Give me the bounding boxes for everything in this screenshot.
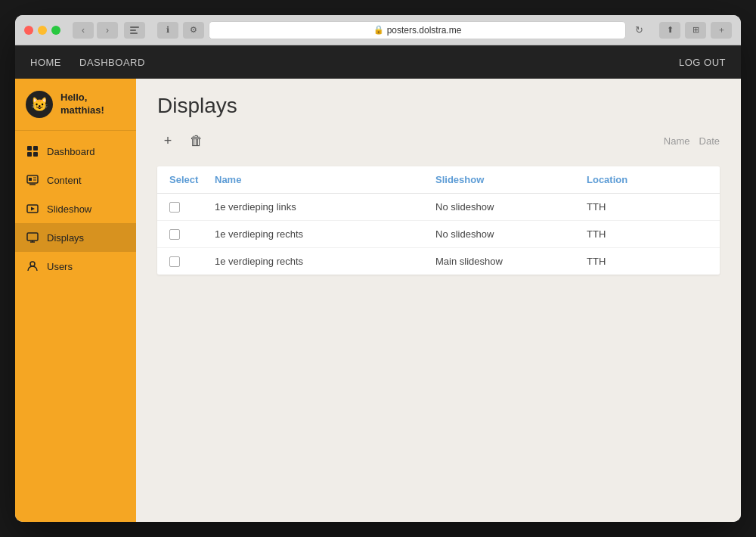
displays-label: Displays <box>47 232 84 244</box>
row0-checkbox[interactable] <box>169 202 180 213</box>
displays-table: Select Name Slideshow Location 1e verdie… <box>157 166 720 275</box>
table-header: Select Name Slideshow Location <box>157 166 720 194</box>
shield-button[interactable]: ⚙ <box>183 22 204 39</box>
close-button[interactable] <box>24 26 33 35</box>
browser-titlebar: ‹ › ℹ ⚙ 🔒 posters.dolstra.me ↻ ⬆ ⊞ ＋ <box>15 15 741 45</box>
avatar: 😺 <box>26 91 53 118</box>
sidebar-item-users[interactable]: Users <box>15 252 136 281</box>
content-icon <box>26 173 39 187</box>
svg-rect-1 <box>130 29 136 31</box>
row2-select <box>169 256 215 267</box>
toolbar-right: Name Date <box>664 135 720 147</box>
col-name-label: Name <box>664 135 690 147</box>
browser-window: ‹ › ℹ ⚙ 🔒 posters.dolstra.me ↻ ⬆ ⊞ ＋ <box>15 15 741 522</box>
row0-location: TTH <box>587 201 708 213</box>
users-label: Users <box>47 261 73 272</box>
top-nav-links: HOME DASHBOARD <box>30 57 679 68</box>
users-icon <box>26 259 39 273</box>
svg-rect-3 <box>27 146 32 151</box>
maximize-button[interactable] <box>51 26 60 35</box>
reload-button[interactable]: ↻ <box>631 22 647 39</box>
row2-slideshow: Main slideshow <box>435 256 587 267</box>
svg-rect-6 <box>33 152 38 157</box>
svg-rect-14 <box>27 233 38 241</box>
svg-rect-4 <box>33 146 38 151</box>
logout-button[interactable]: LOG OUT <box>679 57 726 68</box>
add-button[interactable]: + <box>157 130 178 151</box>
row1-slideshow: No slideshow <box>435 228 587 240</box>
row2-checkbox[interactable] <box>169 256 180 267</box>
dashboard-icon <box>26 144 39 158</box>
browser-nav-buttons: ‹ › <box>73 22 118 39</box>
row2-name: 1e verdieping rechts <box>215 256 435 267</box>
table-row: 1e verdieping links No slideshow TTH <box>157 194 720 221</box>
avatar-emoji: 😺 <box>31 96 48 113</box>
table-row: 1e verdieping rechts No slideshow TTH <box>157 221 720 248</box>
main-area: 😺 Hello, matthias! <box>15 79 741 522</box>
sidebar-user: 😺 Hello, matthias! <box>15 79 136 131</box>
page-title: Displays <box>157 94 720 118</box>
svg-rect-0 <box>130 26 139 28</box>
back-button[interactable]: ‹ <box>73 22 94 39</box>
reader-button[interactable] <box>124 22 145 39</box>
displays-icon <box>26 231 39 244</box>
lock-icon: 🔒 <box>373 25 384 35</box>
svg-rect-5 <box>27 152 32 157</box>
add-tab-button[interactable]: ＋ <box>711 22 732 39</box>
address-bar-area: ℹ ⚙ 🔒 posters.dolstra.me ↻ <box>157 21 647 39</box>
nav-link-dashboard[interactable]: DASHBOARD <box>79 57 145 68</box>
table-row: 1e verdieping rechts Main slideshow TTH <box>157 248 720 275</box>
url-text: posters.dolstra.me <box>387 25 462 36</box>
row1-select <box>169 229 215 240</box>
nav-link-home[interactable]: HOME <box>30 57 61 68</box>
new-tab-button[interactable]: ⊞ <box>685 22 706 39</box>
slideshow-icon <box>26 202 39 216</box>
user-greeting: Hello, matthias! <box>60 92 104 117</box>
content-label: Content <box>47 175 82 186</box>
minimize-button[interactable] <box>38 26 47 35</box>
sidebar: 😺 Hello, matthias! <box>15 79 136 522</box>
svg-rect-8 <box>29 178 32 181</box>
col-date-label: Date <box>699 135 720 147</box>
delete-button[interactable]: 🗑 <box>186 130 207 151</box>
browser-right-buttons: ⬆ ⊞ ＋ <box>659 22 732 39</box>
top-nav: HOME DASHBOARD LOG OUT <box>15 45 741 79</box>
sidebar-item-slideshow[interactable]: Slideshow <box>15 194 136 223</box>
info-button[interactable]: ℹ <box>157 22 178 39</box>
row0-select <box>169 202 215 213</box>
toolbar: + 🗑 Name Date <box>157 130 720 157</box>
row1-location: TTH <box>587 228 708 240</box>
row0-name: 1e verdieping links <box>215 201 435 213</box>
row1-checkbox[interactable] <box>169 229 180 240</box>
toolbar-left: + 🗑 <box>157 130 664 151</box>
address-bar[interactable]: 🔒 posters.dolstra.me <box>209 21 626 39</box>
svg-rect-2 <box>130 33 138 34</box>
sidebar-nav: Dashboard Content <box>15 131 136 281</box>
dashboard-label: Dashboard <box>47 146 95 157</box>
th-select: Select <box>169 174 215 185</box>
slideshow-label: Slideshow <box>47 203 91 215</box>
th-slideshow: Slideshow <box>435 174 587 185</box>
svg-point-17 <box>30 262 35 266</box>
sidebar-item-dashboard[interactable]: Dashboard <box>15 137 136 166</box>
share-button[interactable]: ⬆ <box>659 22 680 39</box>
row0-slideshow: No slideshow <box>435 201 587 213</box>
row1-name: 1e verdieping rechts <box>215 228 435 240</box>
th-name: Name <box>215 174 435 185</box>
sidebar-item-displays[interactable]: Displays <box>15 223 136 252</box>
content-area: Displays + 🗑 Name Date Se <box>136 79 741 522</box>
forward-button[interactable]: › <box>97 22 118 39</box>
row2-location: TTH <box>587 256 708 267</box>
traffic-lights <box>24 26 60 35</box>
sidebar-item-content[interactable]: Content <box>15 166 136 194</box>
th-location: Location <box>587 174 708 185</box>
app-container: HOME DASHBOARD LOG OUT 😺 Hello, matthias… <box>15 45 741 522</box>
svg-marker-13 <box>31 207 35 211</box>
